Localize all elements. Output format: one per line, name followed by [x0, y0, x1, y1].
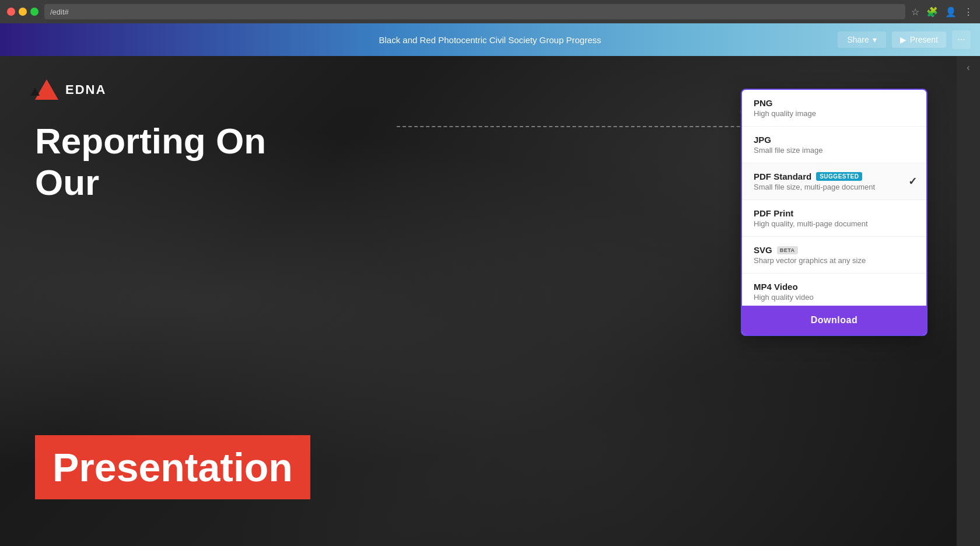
- format-item-pdf-standard[interactable]: PDF Standard SUGGESTED Small file size, …: [742, 163, 926, 200]
- format-item-pdf-print[interactable]: PDF Print High quality, multi-page docum…: [742, 200, 926, 237]
- format-item-row-jpg: JPG: [754, 135, 915, 145]
- format-desc-svg: Sharp vector graphics at any size: [754, 256, 915, 265]
- share-label: Share: [847, 35, 869, 44]
- address-text: /edit#: [50, 8, 69, 16]
- format-list: PNG High quality image JPG Small file si…: [742, 90, 926, 306]
- more-options-button[interactable]: ···: [952, 30, 971, 49]
- share-chevron-icon: ▾: [873, 35, 877, 44]
- close-button[interactable]: [7, 8, 15, 16]
- present-button[interactable]: ▶ Present: [892, 32, 946, 48]
- format-desc-png: High quality image: [754, 109, 915, 118]
- logo-icon: [35, 79, 58, 100]
- right-panel: ‹: [957, 56, 980, 546]
- format-name-pdf-standard: PDF Standard: [754, 172, 811, 181]
- format-item-mp4[interactable]: MP4 Video High quality video: [742, 274, 926, 306]
- format-name-mp4: MP4 Video: [754, 282, 798, 292]
- download-dropdown: PNG High quality image JPG Small file si…: [741, 89, 928, 336]
- browser-actions: ☆ 🧩 👤 ⋮: [911, 6, 973, 18]
- document-title: Black and Red Photocentric Civil Society…: [9, 35, 971, 45]
- header-actions: Share ▾ ▶ Present ···: [838, 30, 971, 49]
- format-item-svg[interactable]: SVG BETA Sharp vector graphics at any si…: [742, 237, 926, 274]
- app-header: Black and Red Photocentric Civil Society…: [0, 23, 980, 56]
- browser-chrome: /edit# ☆ 🧩 👤 ⋮: [0, 0, 980, 23]
- format-desc-pdf-print: High quality, multi-page document: [754, 219, 915, 228]
- address-bar[interactable]: /edit#: [44, 4, 905, 19]
- share-button[interactable]: Share ▾: [838, 32, 886, 48]
- logo-triangle: [35, 79, 58, 100]
- logo-text: EDNA: [65, 82, 106, 97]
- slide-highlight-text: Presentation: [52, 444, 293, 490]
- format-desc-jpg: Small file size image: [754, 146, 915, 155]
- format-item-row-pdf-print: PDF Print: [754, 208, 915, 218]
- extensions-icon[interactable]: 🧩: [926, 6, 938, 18]
- format-item-jpg[interactable]: JPG Small file size image: [742, 127, 926, 163]
- present-label: Present: [910, 35, 938, 44]
- format-item-row-png: PNG: [754, 98, 915, 108]
- format-name-svg: SVG: [754, 245, 772, 255]
- format-item-row-svg: SVG BETA: [754, 245, 915, 255]
- collapse-panel-icon[interactable]: ‹: [961, 61, 975, 75]
- slide-highlight-box: Presentation: [35, 435, 310, 499]
- selected-checkmark: ✓: [908, 175, 917, 188]
- profile-icon[interactable]: 👤: [945, 6, 957, 18]
- window-controls: [7, 8, 38, 16]
- menu-icon[interactable]: ⋮: [964, 6, 973, 18]
- download-button[interactable]: Download: [742, 306, 926, 335]
- suggested-badge: SUGGESTED: [816, 172, 862, 181]
- format-name-jpg: JPG: [754, 135, 771, 145]
- slide-logo: EDNA: [35, 79, 106, 100]
- format-desc-mp4: High quality video: [754, 293, 915, 302]
- format-desc-pdf-standard: Small file size, multi-page document: [754, 183, 915, 191]
- logo-inner: [30, 88, 40, 96]
- maximize-button[interactable]: [30, 8, 38, 16]
- more-icon: ···: [957, 34, 965, 45]
- format-name-pdf-print: PDF Print: [754, 208, 793, 218]
- minimize-button[interactable]: [19, 8, 27, 16]
- beta-badge: BETA: [777, 246, 798, 254]
- format-item-row-pdf: PDF Standard SUGGESTED: [754, 172, 915, 181]
- main-text-line1: Reporting On: [35, 120, 266, 162]
- format-name-png: PNG: [754, 98, 773, 108]
- format-item-png[interactable]: PNG High quality image: [742, 90, 926, 127]
- main-area: EDNA Reporting On Our Presentation 01 To…: [0, 56, 980, 546]
- present-icon: ▶: [900, 35, 907, 44]
- main-text-line2: Our: [35, 162, 266, 203]
- format-item-row-mp4: MP4 Video: [754, 282, 915, 292]
- slide-main-text: Reporting On Our: [35, 120, 266, 204]
- bookmark-icon[interactable]: ☆: [911, 6, 919, 18]
